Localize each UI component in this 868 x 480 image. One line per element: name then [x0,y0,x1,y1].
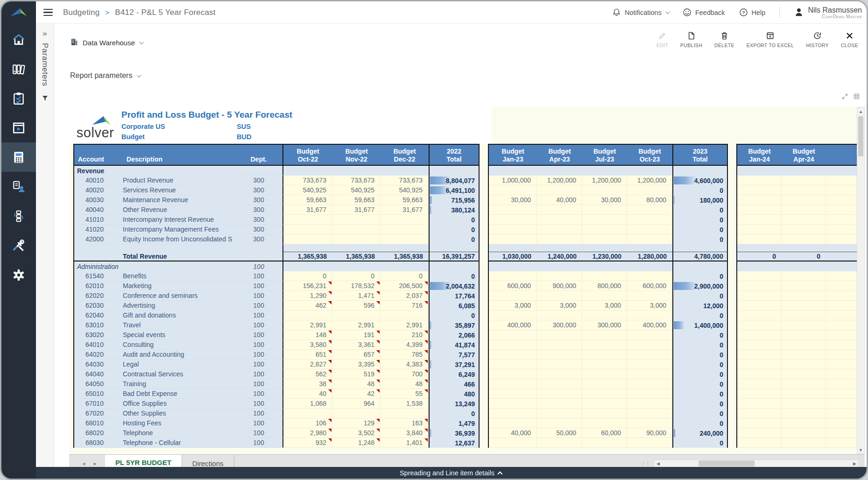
budget-month-cell[interactable] [782,234,826,244]
budget-month-cell[interactable] [582,185,627,195]
budget-month-cell[interactable]: 1,200,000 [627,176,672,185]
budget-month-cell[interactable] [826,176,857,185]
sidebar-item-library[interactable] [1,54,36,84]
budget-month-cell[interactable]: 31,677 [332,205,381,215]
delete-button[interactable]: DELETE [714,31,734,48]
budget-month-cell[interactable] [782,215,826,225]
budget-month-cell[interactable]: 3,502 [332,428,381,438]
budget-month-cell[interactable]: 800,000 [582,281,627,291]
budget-month-cell[interactable] [489,311,537,320]
budget-month-cell[interactable] [582,234,627,244]
budget-month-cell[interactable]: 716 [381,301,429,311]
budget-month-cell[interactable] [782,369,826,379]
breadcrumb-section[interactable]: Budgeting [63,8,99,17]
budget-month-cell[interactable] [782,409,826,418]
budget-month-cell[interactable] [537,438,582,448]
budget-month-cell[interactable]: 785 [381,350,429,360]
budget-month-cell[interactable] [627,291,672,301]
budget-month-cell[interactable]: 562 [283,369,332,379]
budget-month-cell[interactable]: 3,000 [489,301,537,311]
budget-month-cell[interactable] [782,428,826,438]
publish-button[interactable]: PUBLISH [680,31,702,48]
budget-month-cell[interactable]: 1,000,000 [489,176,537,185]
sidebar-item-home[interactable] [1,25,36,54]
budget-month-cell[interactable]: 30,000 [582,195,627,205]
budget-month-cell[interactable] [627,389,672,399]
budget-month-cell[interactable] [381,409,429,418]
budget-month-cell[interactable]: 540,925 [283,185,332,195]
report-parameters-toggle[interactable]: Report parameters [70,71,140,80]
budget-month-cell[interactable] [537,271,582,281]
budget-month-cell[interactable]: 38 [283,379,332,389]
budget-month-cell[interactable] [782,311,826,320]
budget-month-cell[interactable]: 1,290 [283,291,332,301]
budget-month-cell[interactable]: 540,925 [381,185,429,195]
budget-month-cell[interactable] [782,320,826,330]
budget-month-cell[interactable]: 1,538 [381,399,429,409]
budget-month-cell[interactable] [627,234,672,244]
budget-month-cell[interactable]: 657 [332,350,381,360]
budget-month-cell[interactable]: 3,000 [537,301,582,311]
budget-month-cell[interactable] [627,379,672,389]
hamburger-menu-icon[interactable] [43,9,53,16]
budget-month-cell[interactable] [627,215,672,225]
user-menu[interactable]: Nils Rasmussen CorpDemo Master [794,6,862,19]
budget-month-cell[interactable] [737,205,782,215]
budget-month-cell[interactable] [826,409,857,418]
budget-month-cell[interactable]: 60,000 [582,428,627,438]
budget-month-cell[interactable]: 59,663 [332,195,381,205]
budget-month-cell[interactable]: 2,980 [283,428,332,438]
budget-month-cell[interactable]: 540,925 [332,185,381,195]
budget-month-cell[interactable] [537,234,582,244]
topbar-feedback-menu[interactable]: Feedback [683,8,725,17]
budget-month-cell[interactable] [826,271,857,281]
budget-month-cell[interactable] [582,311,627,320]
budget-month-cell[interactable] [582,409,627,418]
export-to-excel-button[interactable]: XEXPORT TO EXCEL [747,31,794,48]
budget-month-cell[interactable] [537,399,582,409]
budget-month-cell[interactable]: 2,991 [381,320,429,330]
app-logo-icon[interactable] [1,1,36,25]
budget-month-cell[interactable]: 129 [332,418,381,428]
budget-month-cell[interactable] [381,234,429,244]
budget-month-cell[interactable] [489,330,537,340]
budget-month-cell[interactable] [782,205,826,215]
budget-month-cell[interactable] [737,330,782,340]
close-button[interactable]: CLOSE [841,31,858,48]
budget-month-cell[interactable] [283,225,332,234]
budget-month-cell[interactable]: 2,991 [283,320,332,330]
budget-month-cell[interactable] [627,418,672,428]
budget-month-cell[interactable] [826,360,857,369]
budget-month-cell[interactable] [332,311,381,320]
budget-month-cell[interactable] [582,225,627,234]
budget-month-cell[interactable] [737,311,782,320]
budget-month-cell[interactable] [737,271,782,281]
budget-month-cell[interactable] [627,369,672,379]
sidebar-item-assignments[interactable] [1,172,36,201]
sidebar-item-calculator[interactable] [1,142,36,172]
budget-month-cell[interactable] [381,215,429,225]
budget-month-cell[interactable]: 80,000 [627,195,672,205]
budget-month-cell[interactable]: 2,037 [381,291,429,301]
budget-month-cell[interactable] [332,215,381,225]
budget-month-cell[interactable] [381,311,429,320]
budget-month-cell[interactable] [737,291,782,301]
budget-month-cell[interactable] [489,271,537,281]
budget-month-cell[interactable] [826,340,857,350]
budget-month-cell[interactable] [537,418,582,428]
filter-icon[interactable] [42,92,49,104]
budget-month-cell[interactable]: 3,840 [381,428,429,438]
budget-month-cell[interactable] [489,234,537,244]
budget-month-cell[interactable]: 59,663 [381,195,429,205]
budget-month-cell[interactable]: 40 [283,389,332,399]
budget-month-cell[interactable] [537,205,582,215]
budget-month-cell[interactable] [737,418,782,428]
budget-month-cell[interactable]: 1,248 [332,438,381,448]
budget-month-cell[interactable] [737,409,782,418]
budget-month-cell[interactable] [489,389,537,399]
budget-month-cell[interactable] [489,291,537,301]
budget-month-cell[interactable] [826,438,857,448]
budget-month-cell[interactable] [782,330,826,340]
budget-month-cell[interactable] [826,301,857,311]
budget-month-cell[interactable]: 40,000 [489,428,537,438]
